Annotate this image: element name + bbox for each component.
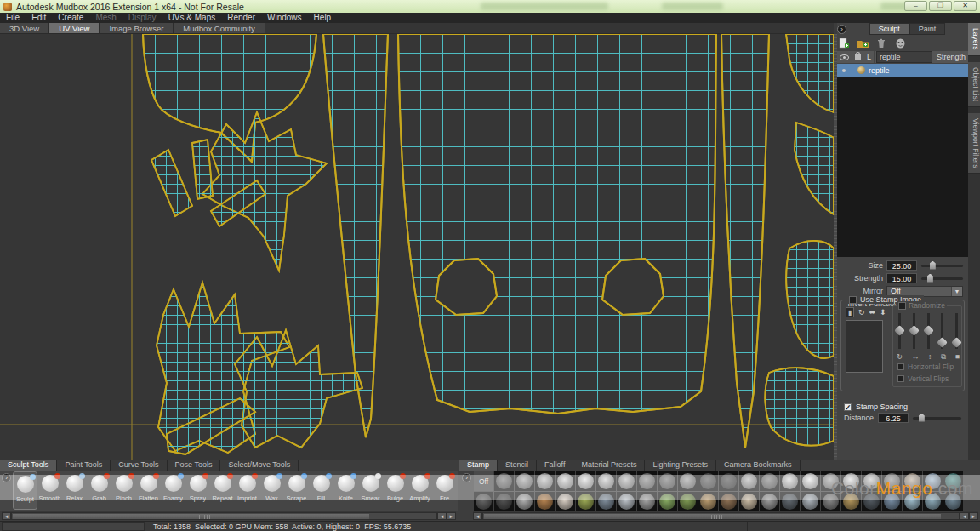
tab-image-browser[interactable]: Image Browser [100,23,174,33]
menu-item-windows[interactable]: Windows [261,13,308,23]
stamp-off-cell[interactable]: Off [474,471,493,491]
size-slider[interactable] [921,265,963,267]
stamp-thumbnail[interactable] [617,471,636,491]
mode-tab-paint[interactable]: Paint [909,23,946,35]
layers-list-empty-area[interactable] [837,77,968,257]
stamp-tab-stamp[interactable]: Stamp [459,460,498,471]
stamp-thumbnail[interactable] [943,471,963,491]
tool-tab-sculpt-tools[interactable]: Sculpt Tools [0,460,57,471]
menu-item-render[interactable]: Render [221,13,261,23]
stamp-thumbnail[interactable] [596,471,616,491]
menu-item-uvs-maps[interactable]: UVs & Maps [162,13,222,23]
stamp-thumbnail[interactable] [535,471,555,491]
side-tab-object-list[interactable]: Object List [968,62,980,107]
scroll-right-icon[interactable]: ► [969,512,978,520]
tool-foamy[interactable]: Foamy [161,471,185,510]
tab-mudbox-community[interactable]: Mudbox Community [174,23,265,33]
stamp-thumbnail[interactable] [821,471,840,491]
tab-3d-view[interactable]: 3D View [0,23,49,33]
scroll-left-icon[interactable]: ◄ [473,512,482,520]
stamp-thumbnail[interactable] [719,471,738,491]
stamp-thumbnail[interactable] [637,492,657,511]
tool-repeat[interactable]: Repeat [210,471,235,510]
horizontal-flip-checkbox[interactable] [897,363,904,370]
stamp-thumbnail[interactable] [780,492,800,511]
tool-tray-expand-button[interactable]: › [2,473,11,482]
stamp-thumbnail[interactable] [494,492,514,511]
tool-amplify[interactable]: Amplify [407,471,432,510]
chevron-down-icon[interactable]: ▼ [951,287,962,296]
stamp-thumbnail[interactable] [882,471,902,491]
export-icon[interactable]: ⧉ [941,352,946,362]
rotate-icon[interactable]: ↻ [897,352,903,362]
stamp-thumbnail[interactable] [637,471,657,491]
side-tab-layers[interactable]: Layers [968,23,980,56]
stamp-tab-camera-bookmarks[interactable]: Camera Bookmarks [716,460,801,471]
stamp-tab-falloff[interactable]: Falloff [537,460,573,471]
close-button[interactable]: ✕ [954,1,977,11]
delete-layer-icon[interactable] [876,38,887,49]
randomize-slider[interactable] [941,313,943,349]
stamp-thumbnail[interactable] [474,492,493,511]
stamp-thumbnail[interactable] [698,492,718,511]
stamp-thumbnail[interactable] [780,471,800,491]
stamp-slot-icon[interactable]: ▮ [846,307,854,317]
layer-mask-icon[interactable] [895,38,906,49]
stamp-thumbnail[interactable] [535,492,555,511]
stamp-thumbnail[interactable] [760,471,779,491]
strength-slider-knob[interactable] [927,274,933,283]
stamp-thumbnail[interactable] [882,492,902,511]
stamp-thumbnail[interactable] [658,492,677,511]
tool-flatten[interactable]: Flatten [136,471,161,510]
stamp-thumbnail[interactable] [698,471,718,491]
tool-imprint[interactable]: Imprint [235,471,259,510]
minimize-button[interactable]: – [904,1,927,11]
stamp-thumbnail[interactable] [862,492,881,511]
tool-wax[interactable]: Wax [259,471,284,510]
tool-grab[interactable]: Grab [87,471,111,510]
side-tab-viewport-filters[interactable]: Viewport Filters [968,113,980,174]
stamp-spacing-checkbox[interactable]: ✓ [844,403,852,411]
tool-knife[interactable]: Knife [333,471,358,510]
tool-tab-select-move-tools[interactable]: Select/Move Tools [220,460,299,471]
tool-spray[interactable]: Spray [185,471,210,510]
scroll-left-icon[interactable]: ◄ [2,512,11,520]
tab-uv-view[interactable]: UV View [49,23,100,33]
panel-expand-button[interactable]: › [837,25,846,34]
stamp-thumbnail[interactable] [494,471,514,491]
tool-tab-curve-tools[interactable]: Curve Tools [111,460,167,471]
stamp-thumbnail[interactable] [903,471,922,491]
stamp-thumbnail[interactable] [678,492,698,511]
stamp-thumbnail[interactable] [576,471,595,491]
scroll-left-icon[interactable]: ◄ [960,512,969,520]
flip-h-icon[interactable]: ⬌ [869,308,876,317]
strength-value-field[interactable]: 15.00 [886,273,917,283]
uv-viewport[interactable] [0,34,834,460]
maximize-button[interactable]: ❐ [929,1,952,11]
import-layer-icon[interactable] [858,38,869,49]
menu-item-create[interactable]: Create [52,13,89,23]
stamp-tray-expand-button[interactable]: › [462,473,471,482]
stamp-preview-box[interactable] [846,320,883,373]
stamp-thumbnail[interactable] [923,492,943,511]
distance-slider[interactable] [913,417,961,420]
strength-slider[interactable] [921,277,963,280]
rotate-icon[interactable]: ↻ [858,308,865,317]
tool-pinch[interactable]: Pinch [111,471,136,510]
tool-smooth[interactable]: Smooth [37,471,62,510]
menu-item-file[interactable]: File [0,13,26,23]
stamp-thumbnail[interactable] [923,471,943,491]
scroll-right-icon[interactable]: ► [447,512,456,520]
stamp-thumbnail[interactable] [617,492,636,511]
stamp-thumbnail[interactable] [515,492,534,511]
tool-bulge[interactable]: Bulge [383,471,407,510]
stamp-thumbnail[interactable] [841,492,861,511]
randomize-slider[interactable] [927,313,930,349]
stamp-tab-lighting-presets[interactable]: Lighting Presets [645,460,716,471]
stamp-thumbnail[interactable] [556,492,575,511]
stamp-tab-material-presets[interactable]: Material Presets [573,460,645,471]
tool-tab-pose-tools[interactable]: Pose Tools [168,460,221,471]
stamp-thumbnail[interactable] [556,471,575,491]
tool-scrape[interactable]: Scrape [284,471,309,510]
menu-item-help[interactable]: Help [308,13,338,23]
